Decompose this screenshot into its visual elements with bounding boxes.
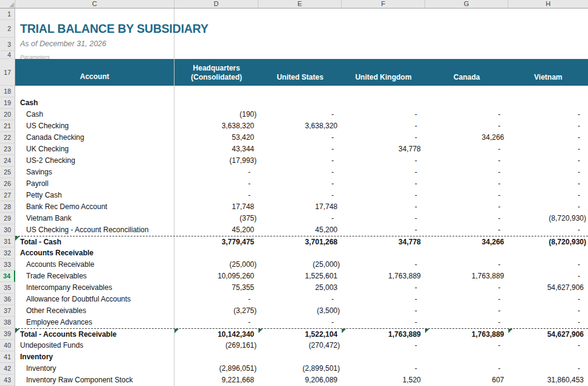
- value-cell-united-states[interactable]: (270,472): [258, 340, 342, 351]
- value-cell-united-states[interactable]: (2,899,501): [258, 363, 342, 374]
- value-cell-headquarters[interactable]: -: [175, 294, 258, 305]
- header-united-kingdom-cell[interactable]: United Kingdom: [342, 59, 425, 86]
- value-cell-united-kingdom[interactable]: 1,520: [342, 374, 425, 386]
- value-cell-vietnam[interactable]: -: [508, 317, 588, 328]
- value-cell-canada[interactable]: -: [425, 201, 508, 213]
- value-cell-united-kingdom[interactable]: -: [342, 190, 425, 201]
- value-cell-headquarters[interactable]: (2,896,051): [175, 363, 258, 374]
- account-cell[interactable]: Cash: [15, 109, 175, 120]
- value-cell-headquarters[interactable]: (375): [175, 213, 258, 224]
- row-number[interactable]: 39: [0, 328, 15, 340]
- account-cell[interactable]: Trade Receivables: [15, 271, 175, 282]
- account-cell[interactable]: Inventory Raw Component Stock: [15, 374, 175, 386]
- value-cell-headquarters[interactable]: (269,161): [175, 340, 258, 351]
- value-cell-united-kingdom[interactable]: -: [342, 259, 425, 271]
- row-number[interactable]: 37: [0, 305, 15, 317]
- value-cell-canada[interactable]: -: [425, 363, 508, 374]
- value-cell-headquarters[interactable]: -: [175, 190, 258, 201]
- row-number[interactable]: 27: [0, 190, 15, 201]
- value-cell-canada[interactable]: -: [425, 259, 508, 271]
- account-cell[interactable]: Canada Checking: [15, 132, 175, 143]
- value-cell-headquarters[interactable]: 3,779,475: [175, 236, 258, 247]
- header-united-states-cell[interactable]: United States: [258, 59, 342, 86]
- value-cell-united-kingdom[interactable]: [342, 97, 425, 109]
- value-cell-united-kingdom[interactable]: 1,763,889: [342, 329, 425, 340]
- account-cell[interactable]: Total - Cash: [15, 236, 175, 247]
- value-cell-united-kingdom[interactable]: -: [342, 305, 425, 317]
- value-cell-headquarters[interactable]: 17,748: [175, 201, 258, 213]
- value-cell-canada[interactable]: -: [425, 340, 508, 351]
- value-cell-headquarters[interactable]: -: [175, 178, 258, 190]
- row-number[interactable]: 28: [0, 201, 15, 213]
- value-cell-vietnam[interactable]: -: [508, 305, 588, 317]
- row-number[interactable]: 26: [0, 178, 15, 190]
- row-number[interactable]: 35: [0, 282, 15, 294]
- row-number[interactable]: 41: [0, 351, 15, 363]
- empty-cell[interactable]: [15, 9, 175, 20]
- value-cell-united-states[interactable]: 3,638,320: [258, 120, 342, 132]
- value-cell-canada[interactable]: -: [425, 213, 508, 224]
- account-cell[interactable]: Undeposited Funds: [15, 340, 175, 351]
- value-cell-united-states[interactable]: -: [258, 143, 342, 155]
- value-cell-headquarters[interactable]: 45,200: [175, 224, 258, 236]
- row-number[interactable]: 42: [0, 363, 15, 374]
- value-cell-canada[interactable]: -: [425, 305, 508, 317]
- value-cell-united-kingdom[interactable]: -: [342, 167, 425, 178]
- row-number[interactable]: 18: [0, 86, 15, 97]
- column-header-d[interactable]: D: [175, 0, 258, 8]
- value-cell-united-states[interactable]: 9,206,089: [258, 374, 342, 386]
- account-cell[interactable]: Accounts Receivable: [15, 259, 175, 271]
- row-number[interactable]: 19: [0, 97, 15, 109]
- value-cell-headquarters[interactable]: (17,993): [175, 155, 258, 167]
- value-cell-canada[interactable]: -: [425, 294, 508, 305]
- value-cell-vietnam[interactable]: -: [508, 178, 588, 190]
- value-cell-united-kingdom[interactable]: -: [342, 132, 425, 143]
- value-cell-united-states[interactable]: -: [258, 155, 342, 167]
- account-cell[interactable]: Petty Cash: [15, 190, 175, 201]
- value-cell-united-states[interactable]: (25,000): [258, 259, 342, 271]
- select-all-corner[interactable]: [0, 0, 15, 8]
- value-cell-united-states[interactable]: 45,200: [258, 224, 342, 236]
- value-cell-headquarters[interactable]: 75,355: [175, 282, 258, 294]
- account-cell[interactable]: Savings: [15, 167, 175, 178]
- value-cell-united-states[interactable]: 25,003: [258, 282, 342, 294]
- value-cell-canada[interactable]: -: [425, 190, 508, 201]
- account-cell[interactable]: Employee Advances: [15, 317, 175, 328]
- row-number[interactable]: 36: [0, 294, 15, 305]
- account-cell[interactable]: Intercompany Receivables: [15, 282, 175, 294]
- value-cell-united-kingdom[interactable]: 1,763,889: [342, 271, 425, 282]
- value-cell-united-states[interactable]: -: [258, 294, 342, 305]
- row-number[interactable]: 29: [0, 213, 15, 224]
- account-cell[interactable]: Bank Rec Demo Account: [15, 201, 175, 213]
- value-cell-headquarters[interactable]: -: [175, 167, 258, 178]
- empty-cell[interactable]: [15, 86, 175, 97]
- value-cell-united-kingdom[interactable]: -: [342, 155, 425, 167]
- value-cell-canada[interactable]: -: [425, 155, 508, 167]
- account-cell[interactable]: Inventory: [15, 351, 175, 363]
- value-cell-vietnam[interactable]: 54,627,906: [508, 329, 588, 340]
- value-cell-vietnam[interactable]: 31,860,453: [508, 374, 588, 386]
- row-number[interactable]: 1: [0, 9, 15, 20]
- value-cell-canada[interactable]: [425, 247, 508, 259]
- row-number[interactable]: 32: [0, 247, 15, 259]
- value-cell-united-states[interactable]: 17,748: [258, 201, 342, 213]
- value-cell-united-states[interactable]: (3,500): [258, 305, 342, 317]
- value-cell-vietnam[interactable]: -: [508, 155, 588, 167]
- value-cell-canada[interactable]: 1,763,889: [425, 271, 508, 282]
- value-cell-vietnam[interactable]: -: [508, 120, 588, 132]
- value-cell-canada[interactable]: -: [425, 282, 508, 294]
- value-cell-canada[interactable]: -: [425, 120, 508, 132]
- account-cell[interactable]: Accounts Receivable: [15, 247, 175, 259]
- value-cell-headquarters[interactable]: [175, 247, 258, 259]
- value-cell-canada[interactable]: 34,266: [425, 132, 508, 143]
- value-cell-united-states[interactable]: 3,701,268: [258, 236, 342, 247]
- value-cell-united-kingdom[interactable]: -: [342, 213, 425, 224]
- value-cell-united-kingdom[interactable]: -: [342, 294, 425, 305]
- value-cell-vietnam[interactable]: [508, 247, 588, 259]
- value-cell-united-kingdom[interactable]: [342, 351, 425, 363]
- value-cell-united-states[interactable]: 1,522,104: [258, 329, 342, 340]
- column-header-h[interactable]: H: [508, 0, 588, 8]
- column-header-c[interactable]: C: [15, 0, 175, 8]
- value-cell-united-kingdom[interactable]: -: [342, 340, 425, 351]
- value-cell-united-states[interactable]: -: [258, 190, 342, 201]
